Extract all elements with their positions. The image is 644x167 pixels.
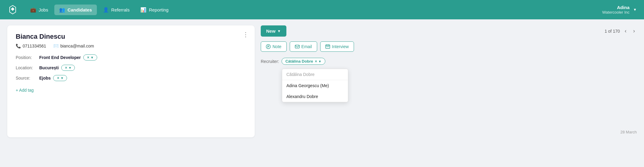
phone-icon: 📞 [16,44,21,48]
dropdown-item-alexandru[interactable]: Alexandru Dobre [282,91,348,102]
user-company: Watercooler Inc [602,10,630,15]
recruiter-row: Recruiter: Cătălina Dobre × ▼ Cătălina D… [261,58,637,65]
phone-value: 0711334561 [23,44,46,48]
recruiter-chip[interactable]: Cătălina Dobre × ▼ [282,58,326,65]
nav-item-referrals[interactable]: 👤 Referrals [98,5,135,15]
position-chip[interactable]: × ▼ [83,54,97,61]
candidate-card: ⋮ Bianca Dinescu 📞 0711334561 ✉️ bianca@… [7,25,255,137]
recruiter-label: Recruiter: [261,59,279,64]
nav-reporting-label: Reporting [149,7,168,12]
action-bar: New ▼ 1 of 170 ‹ › [261,25,637,37]
nav-items: 💼 Jobs 👥 Candidates 👤 Referrals 📊 Report… [25,5,600,15]
email-action-icon [295,44,300,49]
dropdown-item-adina[interactable]: Adina Georgescu (Me) [282,80,348,91]
interview-button-label: Interview [332,44,349,49]
new-button-arrow-icon: ▼ [277,29,281,33]
nav-jobs-label: Jobs [39,7,48,12]
nav-item-jobs[interactable]: 💼 Jobs [25,5,53,15]
action-buttons-row: Note Email Interview [261,41,637,52]
email-button-label: Email [301,44,312,49]
pagination-text: 1 of 170 [604,29,620,34]
new-button-label: New [266,28,276,34]
location-label: Location: [16,65,37,70]
source-chip-arrow[interactable]: ▼ [60,76,64,80]
nav-item-reporting[interactable]: 📊 Reporting [135,5,173,15]
contact-info: 📞 0711334561 ✉️ bianca@mail.com [16,44,246,48]
logo[interactable] [7,4,18,15]
location-row: Location: București × ▼ [16,65,246,71]
position-row: Position: Front End Developer × ▼ [16,54,246,61]
pagination: 1 of 170 ‹ › [604,27,637,35]
location-chip-x[interactable]: × [65,66,67,70]
main-content: ⋮ Bianca Dinescu 📞 0711334561 ✉️ bianca@… [0,19,644,143]
jobs-icon: 💼 [30,7,36,13]
reporting-icon: 📊 [140,7,146,13]
location-chip[interactable]: × ▼ [61,65,75,71]
recruiter-chip-x[interactable]: × [315,59,317,64]
top-navbar: 💼 Jobs 👥 Candidates 👤 Referrals 📊 Report… [0,0,644,19]
position-chip-x[interactable]: × [87,55,89,60]
note-icon [266,44,271,49]
source-value: Ejobs [39,76,51,80]
email-button[interactable]: Email [290,41,317,52]
user-name: Adina [602,5,630,10]
nav-referrals-label: Referrals [111,7,130,12]
right-panel: New ▼ 1 of 170 ‹ › Note [261,25,637,137]
pagination-next-button[interactable]: › [631,27,637,35]
user-menu[interactable]: Adina Watercooler Inc [602,5,630,15]
source-chip-x[interactable]: × [57,76,59,80]
nav-candidates-label: Candidates [68,7,92,12]
new-button[interactable]: New ▼ [261,25,286,37]
position-value: Front End Developer [39,55,81,60]
add-tag-button[interactable]: + Add tag [16,88,34,93]
email-icon: ✉️ [53,44,59,48]
nav-item-candidates[interactable]: 👥 Candidates [54,5,97,15]
location-value: București [39,65,59,70]
source-chip[interactable]: × ▼ [53,75,67,81]
pagination-prev-button[interactable]: ‹ [623,27,628,35]
candidate-name: Bianca Dinescu [16,33,246,41]
position-label: Position: [16,55,37,60]
source-label: Source: [16,76,37,80]
phone-contact: 📞 0711334561 [16,44,46,48]
recruiter-search[interactable]: Cătălina Dobre [282,69,348,80]
location-chip-arrow[interactable]: ▼ [69,66,72,70]
note-button-label: Note [273,44,282,49]
recruiter-dropdown: Cătălina Dobre Adina Georgescu (Me) Alex… [282,69,348,102]
recruiter-name: Cătălina Dobre [285,59,313,64]
recruiter-chip-arrow[interactable]: ▼ [318,60,321,63]
position-chip-arrow[interactable]: ▼ [91,56,94,59]
dropdown-list: Adina Georgescu (Me) Alexandru Dobre [282,80,348,102]
interview-button[interactable]: Interview [320,41,354,52]
user-chevron-icon: ▼ [633,8,637,12]
candidates-icon: 👥 [59,7,65,13]
svg-rect-1 [295,45,299,48]
source-row: Source: Ejobs × ▼ [16,75,246,81]
note-button[interactable]: Note [261,41,287,52]
email-value: bianca@mail.com [60,44,94,48]
interview-icon [325,44,330,49]
more-menu-button[interactable]: ⋮ [243,31,249,38]
email-contact: ✉️ bianca@mail.com [53,44,94,48]
referrals-icon: 👤 [103,7,109,13]
date-footer: 28 March [620,130,637,134]
